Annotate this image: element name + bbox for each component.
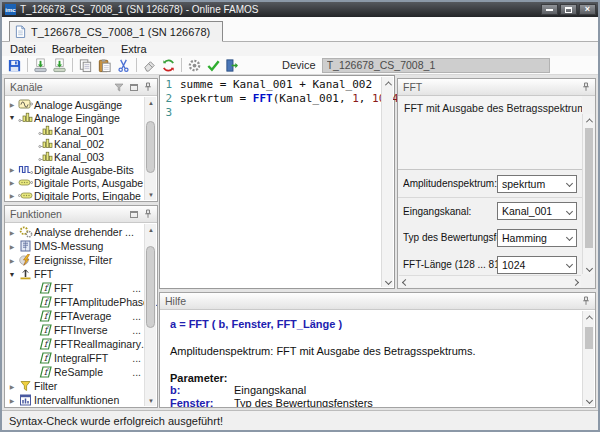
minimize-button[interactable]	[541, 4, 558, 15]
scroll-down-icon[interactable]	[583, 262, 595, 274]
tree-item-digitale-ausgabe-bits[interactable]: ▶Digitale Ausgabe-Bits	[5, 163, 144, 176]
tree-item-analoge-ausgänge[interactable]: ▶Analoge Ausgänge	[5, 98, 144, 111]
settings-button[interactable]	[185, 57, 204, 74]
tree-item-fftamplitudephase[interactable]: fFFTAmplitudePhase...	[5, 295, 144, 309]
pin-icon[interactable]	[582, 82, 590, 92]
tree-item-digitale-ports-eingabe[interactable]: ▶Digitale Ports, Eingabe	[5, 189, 144, 201]
code-line	[180, 106, 380, 120]
maximize-panel-icon[interactable]	[130, 211, 138, 218]
digital-bits-icon	[17, 164, 34, 175]
scroll-up-icon[interactable]	[145, 97, 157, 108]
code-line: spekrtum = FFT(Kanal_001, 1, 1024)	[180, 92, 380, 106]
tree-item-resample[interactable]: fReSample...	[5, 365, 144, 379]
scrollbar-thumb[interactable]	[146, 121, 155, 173]
document-tab[interactable]: T_126678_CS_7008_1 (SN 126678)	[9, 21, 223, 42]
close-button[interactable]: ×	[579, 4, 596, 15]
scroll-left-icon[interactable]	[399, 276, 411, 288]
expand-icon[interactable]: ▶	[7, 101, 17, 108]
fft-field-dropdown[interactable]: Kanal_001	[497, 202, 577, 220]
tree-item-integralfft[interactable]: fIntegralFFT...	[5, 351, 144, 365]
funktionen-scrollbar[interactable]	[144, 224, 156, 406]
scroll-up-icon[interactable]	[583, 311, 595, 323]
expand-icon[interactable]: ▶	[7, 229, 17, 236]
expand-icon[interactable]: ▶	[7, 257, 17, 264]
expand-icon[interactable]: ▶	[7, 243, 17, 250]
scroll-up-icon[interactable]	[382, 77, 394, 89]
tree-item-kanal-003[interactable]: Kanal_003	[5, 150, 144, 163]
eraser-button[interactable]	[140, 57, 159, 74]
code-editor[interactable]: 123 summe = Kanal_001 + Kanal_002spekrtu…	[159, 75, 395, 289]
fft-cat-icon	[17, 268, 34, 280]
collapse-icon[interactable]: ▼	[7, 271, 17, 278]
expand-icon[interactable]: ▶	[7, 179, 17, 186]
window-title: T_126678_CS_7008_1 (SN 126678) - Online …	[20, 4, 258, 15]
send-to-device-button[interactable]	[31, 57, 50, 74]
scroll-up-icon[interactable]	[145, 224, 157, 235]
fft-field-dropdown[interactable]: Hamming	[497, 229, 577, 247]
expand-icon[interactable]: ▶	[7, 383, 17, 390]
maximize-button[interactable]	[560, 4, 577, 15]
scroll-down-icon[interactable]	[145, 395, 157, 406]
fft-scrollbar-vertical[interactable]	[582, 114, 594, 274]
fft-field-dropdown[interactable]: 1024	[497, 256, 577, 274]
tree-item-digitale-ports-ausgabe[interactable]: ▶Digitale Ports, Ausgabe	[5, 176, 144, 189]
toolbar-separator	[27, 58, 28, 72]
device-field[interactable]	[322, 58, 550, 73]
collapse-icon[interactable]: ▼	[7, 114, 17, 121]
expand-icon[interactable]: ▶	[7, 192, 17, 199]
fft-scrollbar-horizontal[interactable]	[399, 275, 581, 287]
funktionen-panel-header: Funktionen	[5, 206, 157, 223]
save-button[interactable]	[5, 57, 24, 74]
tree-item-intervallfunktionen[interactable]: ▶Intervallfunktionen	[5, 393, 144, 407]
fft-field-dropdown[interactable]: spekrtum	[497, 175, 577, 193]
scroll-down-icon[interactable]	[382, 275, 394, 287]
cut-button[interactable]	[114, 57, 133, 74]
tree-item-fftinverse[interactable]: fFFTInverse...	[5, 323, 144, 337]
filter-icon[interactable]	[114, 83, 124, 92]
scroll-down-icon[interactable]	[583, 394, 595, 406]
load-from-device-button[interactable]	[50, 57, 69, 74]
code-area[interactable]: summe = Kanal_001 + Kanal_002spekrtum = …	[180, 78, 380, 120]
pin-icon[interactable]	[144, 209, 152, 219]
pin-icon[interactable]	[582, 296, 590, 306]
refresh-button[interactable]	[159, 57, 178, 74]
tree-item-ereignisse-filter[interactable]: ▶Ereignisse, Filter	[5, 253, 144, 267]
kanaele-scrollbar[interactable]	[144, 97, 156, 200]
editor-scrollbar[interactable]	[381, 77, 393, 287]
parameter-row: Fenster:Typ des Bewertungsfensters	[170, 397, 575, 407]
expand-icon[interactable]: ▶	[7, 166, 17, 173]
analog-output-icon	[17, 99, 34, 110]
tree-item-analyse-drehender-[interactable]: ▶Analyse drehender ...	[5, 225, 144, 239]
tree-item-fftaverage[interactable]: fFFTAverage...	[5, 309, 144, 323]
expand-icon[interactable]: ▶	[7, 397, 17, 404]
tree-item-analoge-eingänge[interactable]: ▼Analoge Eingänge	[5, 111, 144, 124]
exit-button[interactable]	[223, 57, 242, 74]
tree-item-label: DMS-Messung	[34, 240, 103, 252]
eraser-icon	[142, 58, 157, 73]
tree-item-label: FFTAmplitudePhase	[54, 296, 149, 308]
tree-item-kanal-002[interactable]: Kanal_002	[5, 137, 144, 150]
tree-item-fftrealimaginary[interactable]: fFFTRealImaginary...	[5, 337, 144, 351]
scroll-up-icon[interactable]	[583, 114, 595, 126]
hilfe-scrollbar[interactable]	[582, 311, 594, 406]
scroll-right-icon[interactable]	[569, 276, 581, 288]
scrollbar-thumb[interactable]	[146, 246, 155, 328]
maximize-panel-icon[interactable]	[130, 84, 138, 91]
tree-item-label: Digitale Ports, Ausgabe	[34, 177, 143, 189]
tree-item-dms-messung[interactable]: ▶DMS-Messung	[5, 239, 144, 253]
tree-item-fft[interactable]: ▼FFT	[5, 267, 144, 281]
tree-item-filter[interactable]: ▶Filter	[5, 379, 144, 393]
scrollbar-thumb[interactable]	[585, 327, 593, 349]
tree-item-fft[interactable]: fFFT...	[5, 281, 144, 295]
paste-button[interactable]	[95, 57, 114, 74]
pin-icon[interactable]	[144, 82, 152, 92]
menu-item-datei[interactable]: Datei	[2, 42, 44, 56]
menu-item-bearbeiten[interactable]: Bearbeiten	[44, 42, 113, 56]
copy-button[interactable]	[76, 57, 95, 74]
scroll-down-icon[interactable]	[145, 189, 157, 200]
syntax-check-button[interactable]	[204, 57, 223, 74]
menu-item-extra[interactable]: Extra	[113, 42, 155, 56]
maximize-icon	[565, 7, 572, 13]
scrollbar-thumb[interactable]	[585, 128, 593, 248]
tree-item-kanal-001[interactable]: Kanal_001	[5, 124, 144, 137]
